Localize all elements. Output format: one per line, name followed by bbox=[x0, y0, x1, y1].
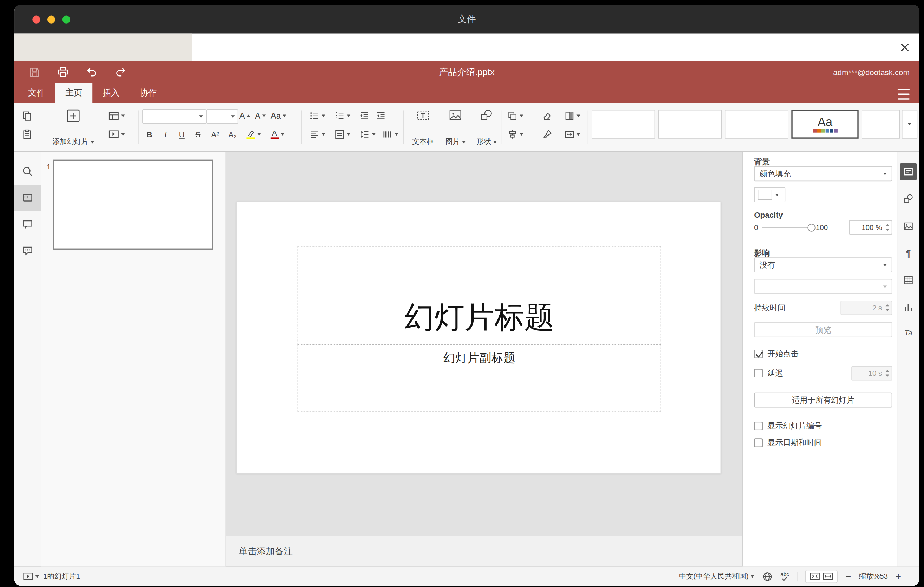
table-settings-dock-button[interactable] bbox=[900, 272, 917, 289]
fill-type-select[interactable]: 颜色填充 bbox=[754, 166, 892, 181]
tab-home[interactable]: 主页 bbox=[55, 83, 92, 103]
theme-option-5[interactable] bbox=[861, 110, 900, 139]
slide-size-button[interactable] bbox=[560, 127, 583, 142]
tab-insert[interactable]: 插入 bbox=[92, 83, 130, 103]
zoom-in-button[interactable]: + bbox=[896, 572, 901, 581]
vertical-align-button[interactable] bbox=[331, 127, 353, 142]
tab-file[interactable]: 文件 bbox=[18, 83, 55, 103]
theme-gallery-expand-button[interactable] bbox=[902, 110, 917, 139]
menu-hamburger-icon[interactable] bbox=[898, 88, 909, 101]
start-slideshow-button[interactable] bbox=[106, 127, 127, 142]
spinner-down-icon[interactable] bbox=[886, 374, 889, 377]
arrange-shapes-button[interactable] bbox=[504, 108, 526, 124]
copy-button[interactable] bbox=[19, 108, 35, 124]
theme-option-3[interactable] bbox=[725, 110, 789, 139]
chart-settings-dock-button[interactable] bbox=[900, 299, 917, 316]
zoom-out-button[interactable]: − bbox=[846, 572, 851, 581]
insert-image-button[interactable]: 图片 bbox=[440, 107, 470, 148]
opacity-spinner[interactable]: 100 % bbox=[849, 220, 892, 234]
slides-panel-button[interactable] bbox=[15, 185, 41, 211]
show-slide-number-checkbox[interactable] bbox=[754, 422, 762, 430]
spinner-down-icon[interactable] bbox=[886, 229, 889, 231]
slide-settings-dock-button[interactable] bbox=[900, 163, 917, 180]
tab-collaboration[interactable]: 协作 bbox=[130, 83, 167, 103]
effect-select[interactable]: 没有 bbox=[754, 257, 892, 272]
opacity-slider-track[interactable] bbox=[762, 227, 812, 228]
undo-button[interactable] bbox=[84, 64, 99, 80]
underline-button[interactable]: U bbox=[175, 127, 189, 142]
duration-spinner[interactable]: 2 s bbox=[840, 300, 892, 315]
chat-button[interactable] bbox=[15, 238, 41, 264]
spinner-up-icon[interactable] bbox=[886, 224, 889, 226]
insert-textbox-button[interactable]: 文本框 bbox=[407, 107, 439, 148]
bold-button[interactable]: B bbox=[142, 127, 157, 142]
increase-indent-button[interactable] bbox=[373, 108, 389, 124]
paragraph-settings-dock-button[interactable]: ¶ bbox=[900, 245, 917, 262]
font-name-combobox[interactable] bbox=[142, 109, 206, 124]
align-shapes-button[interactable] bbox=[504, 127, 526, 142]
horizontal-align-button[interactable] bbox=[306, 127, 328, 142]
bullets-button[interactable] bbox=[306, 108, 328, 124]
spinner-up-icon[interactable] bbox=[886, 304, 889, 307]
theme-option-selected[interactable]: Aa bbox=[791, 110, 858, 139]
slide-subtitle-placeholder[interactable]: 幻灯片副标题 bbox=[298, 345, 662, 411]
show-date-time-checkbox[interactable] bbox=[754, 439, 762, 447]
fit-slide-button[interactable] bbox=[810, 572, 820, 581]
textart-icon: Ta bbox=[905, 329, 912, 337]
theme-option-2[interactable] bbox=[658, 110, 722, 139]
spinner-up-icon[interactable] bbox=[886, 370, 889, 372]
font-color-button[interactable]: A bbox=[266, 127, 288, 142]
highlight-color-button[interactable] bbox=[242, 127, 264, 142]
paste-button[interactable] bbox=[19, 127, 35, 142]
change-case-button[interactable]: Aa bbox=[269, 108, 288, 124]
spinner-down-icon[interactable] bbox=[886, 309, 889, 312]
numbering-button[interactable] bbox=[331, 108, 353, 124]
shape-settings-dock-button[interactable] bbox=[900, 190, 917, 207]
image-settings-dock-button[interactable] bbox=[900, 218, 917, 234]
effect-variant-select[interactable] bbox=[754, 279, 892, 294]
opacity-slider-handle[interactable] bbox=[807, 224, 815, 231]
increase-font-size-button[interactable]: A bbox=[238, 108, 252, 124]
spellcheck-button[interactable]: abc bbox=[780, 572, 789, 581]
fit-width-button[interactable] bbox=[823, 572, 834, 581]
save-button[interactable] bbox=[26, 64, 42, 80]
arrow-up-icon bbox=[247, 114, 250, 117]
chevron-down-icon bbox=[121, 114, 125, 117]
strikeout-button[interactable]: S bbox=[191, 127, 205, 142]
subscript-button[interactable]: A₂ bbox=[224, 127, 241, 142]
start-on-click-checkbox[interactable] bbox=[754, 350, 762, 358]
comments-button[interactable] bbox=[15, 211, 41, 238]
columns-button[interactable] bbox=[379, 127, 401, 142]
start-slideshow-status-button[interactable] bbox=[23, 572, 39, 581]
superscript-button[interactable]: A² bbox=[207, 127, 223, 142]
set-language-button[interactable] bbox=[762, 571, 773, 582]
slide-workspace[interactable]: 幻灯片标题 幻灯片副标题 bbox=[226, 152, 742, 536]
textart-settings-dock-button[interactable]: Ta bbox=[900, 325, 917, 341]
delay-checkbox[interactable] bbox=[754, 369, 762, 378]
clear-style-button[interactable] bbox=[539, 108, 556, 124]
change-layout-button[interactable] bbox=[106, 108, 127, 124]
print-button[interactable] bbox=[55, 64, 71, 80]
fill-color-select[interactable] bbox=[754, 187, 785, 202]
language-select[interactable]: 中文(中华人民共和国) bbox=[679, 571, 754, 581]
close-preview-button[interactable] bbox=[898, 40, 912, 55]
decrease-indent-button[interactable] bbox=[356, 108, 372, 124]
italic-button[interactable]: I bbox=[158, 127, 173, 142]
redo-button[interactable] bbox=[113, 64, 128, 80]
line-spacing-button[interactable] bbox=[356, 127, 378, 142]
decrease-font-size-button[interactable]: A bbox=[253, 108, 267, 124]
notes-area[interactable]: 单击添加备注 bbox=[226, 536, 742, 566]
slide-canvas[interactable]: 幻灯片标题 幻灯片副标题 bbox=[236, 201, 721, 473]
theme-option-1[interactable] bbox=[592, 110, 655, 139]
add-slide-button[interactable]: 添加幻灯片 bbox=[49, 107, 97, 148]
insert-shape-button[interactable]: 形状 bbox=[472, 107, 501, 148]
slide-thumbnail[interactable] bbox=[53, 160, 213, 250]
find-button[interactable] bbox=[15, 158, 41, 185]
font-size-combobox[interactable] bbox=[206, 109, 238, 124]
preview-button[interactable]: 预览 bbox=[754, 322, 892, 337]
color-scheme-button[interactable] bbox=[560, 108, 583, 124]
slide-title-placeholder[interactable]: 幻灯片标题 bbox=[298, 246, 662, 345]
copy-style-button[interactable] bbox=[539, 127, 556, 142]
delay-spinner[interactable]: 10 s bbox=[851, 366, 892, 381]
apply-to-all-button[interactable]: 适用于所有幻灯片 bbox=[754, 392, 892, 407]
